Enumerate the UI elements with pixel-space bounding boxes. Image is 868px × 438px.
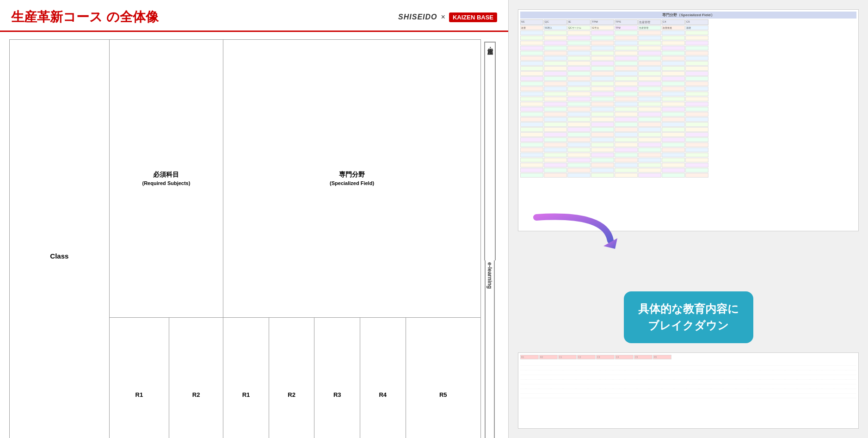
arrow-container bbox=[518, 227, 859, 264]
header-sp-r2: R2 bbox=[269, 317, 314, 438]
arrow-icon bbox=[523, 213, 624, 250]
header-class: Class bbox=[10, 40, 110, 438]
course-table: Class 必須科目 (Required Subjects) 専門分野 (Spe… bbox=[9, 39, 499, 438]
header-sp-r4: R4 bbox=[360, 317, 406, 438]
callout-box: 具体的な教育内容にブレイクダウン bbox=[624, 291, 753, 343]
logo-shiseido: SHISEIDO bbox=[398, 13, 437, 21]
header-specialized: 専門分野 (Specialized Field) bbox=[223, 40, 481, 318]
slide-title: 生産革新コース の全体像 bbox=[11, 8, 159, 26]
slide-content: Class 必須科目 (Required Subjects) 専門分野 (Spe… bbox=[0, 32, 508, 438]
right-panel: 専門分野（Specialized Field） 5S QC IE TPM TPS… bbox=[509, 0, 868, 438]
logo-x: × bbox=[441, 13, 445, 21]
side-label-col: 実践・応用 e-learning bbox=[480, 40, 499, 438]
header-r2: R2 bbox=[169, 317, 223, 438]
callout-text: 具体的な教育内容にブレイクダウン bbox=[638, 302, 739, 332]
header-sp-r5: R5 bbox=[406, 317, 480, 438]
slide-header: 生産革新コース の全体像 SHISEIDO × KAIZEN BASE bbox=[0, 0, 508, 32]
main-slide: 生産革新コース の全体像 SHISEIDO × KAIZEN BASE bbox=[0, 0, 509, 438]
table-container: Class 必須科目 (Required Subjects) 専門分野 (Spe… bbox=[9, 39, 499, 438]
bottom-sheet: R1 R2 C1 C2 C3 C4 C5 R5 bbox=[518, 352, 859, 429]
header-row-1: Class 必須科目 (Required Subjects) 専門分野 (Spe… bbox=[10, 40, 499, 318]
header-required: 必須科目 (Required Subjects) bbox=[109, 40, 223, 318]
header-sp-r3: R3 bbox=[314, 317, 360, 438]
logo-kaizen: KAIZEN BASE bbox=[449, 12, 497, 22]
header-r1: R1 bbox=[109, 317, 169, 438]
spreadsheet-preview: 専門分野（Specialized Field） 5S QC IE TPM TPS… bbox=[518, 9, 859, 231]
header-sp-r1: R1 bbox=[223, 317, 269, 438]
logo-area: SHISEIDO × KAIZEN BASE bbox=[398, 12, 497, 22]
